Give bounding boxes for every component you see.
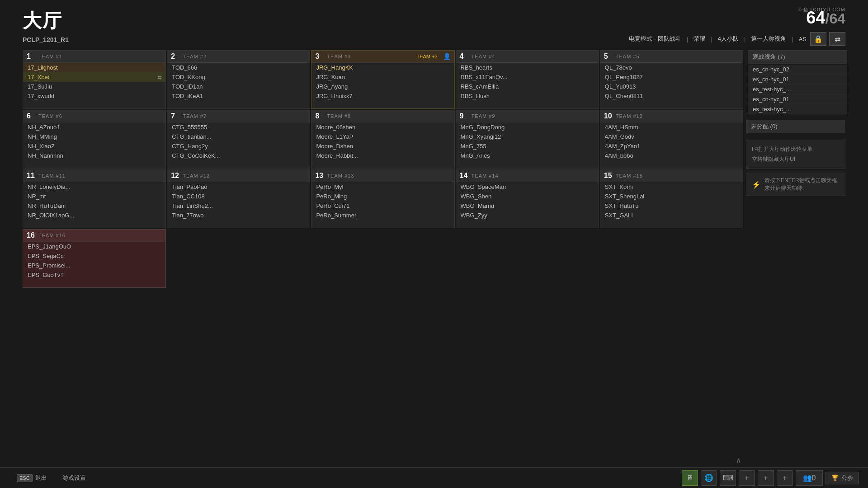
team-member-self[interactable]: 17_Xbei ⇆ (23, 72, 165, 82)
team-member[interactable]: SXT_HutuTu (600, 201, 743, 211)
team-member[interactable]: 17_xwudd (23, 91, 165, 101)
team-member[interactable]: TOD_666 (167, 63, 310, 72)
team-member[interactable]: NH_XiaoZ (23, 141, 165, 151)
team-member[interactable]: EPS_Promisei... (23, 261, 165, 270)
team-member[interactable]: NR_HuTuDani (23, 201, 165, 211)
team-member[interactable]: NH_Nannnnn (23, 151, 165, 160)
team-member[interactable]: PeRo_Cui71 (311, 201, 454, 211)
plus-button-1[interactable]: + (739, 470, 755, 486)
lock-button[interactable]: 🔒 (810, 32, 826, 46)
team-member[interactable]: PeRo_Summer (311, 211, 454, 220)
team-1: 1 TEAM #1 17_Lilghost 17_Xbei ⇆ 17_SuJiu… (23, 50, 166, 109)
team-member[interactable]: NH_MMing (23, 132, 165, 141)
team-member[interactable]: MnG_Xyangi12 (456, 132, 599, 141)
team-member[interactable]: MnG_755 (456, 141, 599, 151)
team-3: 3 TEAM #3 TEAM +3 👤 JRG_HangKK JRG_Xuan … (311, 50, 454, 109)
team-member[interactable]: NR_LonelyDia... (23, 182, 165, 192)
team-member[interactable]: JRG_Xuan (311, 72, 454, 82)
spectator-member[interactable]: es_cn-hyc_02 (748, 65, 847, 75)
team-member[interactable]: CTG_555555 (167, 122, 310, 132)
team-member[interactable]: SXT_GALI (600, 211, 743, 220)
team-member[interactable]: PeRo_Myl (311, 182, 454, 192)
team-member[interactable]: RBS_Hush (456, 91, 599, 101)
team-member[interactable]: NR_OiOiX1aoG... (23, 211, 165, 220)
team-member[interactable]: TOD_iD1an (167, 82, 310, 91)
team-member[interactable]: PeRo_Ming (311, 192, 454, 201)
shuffle-button[interactable]: ⇄ (829, 32, 845, 46)
team-member[interactable]: Tian_CC108 (167, 192, 310, 201)
team-member[interactable]: Tian_77owo (167, 211, 310, 220)
spectator-header: 观战视角 (7) (748, 50, 847, 64)
team-11: 11 TEAM #11 NR_LonelyDia... NR_mt NR_HuT… (23, 169, 166, 228)
team-member[interactable]: TOD_iKeA1 (167, 91, 310, 101)
team-member[interactable]: MnG_DongDong (456, 122, 599, 132)
spectator-member[interactable]: es_test-hyc_... (748, 84, 847, 94)
team-member[interactable]: WBG_Shen (456, 192, 599, 201)
guild-button[interactable]: 🏆 公会 (826, 472, 859, 484)
team-member[interactable]: Moore_Dshen (311, 141, 454, 151)
team-8: 8 TEAM #8 Moore_06shen Moore_L1YaP Moore… (311, 110, 454, 169)
teams-row-4: 16 TEAM #16 EPS_J1angOuO EPS_SegaCc EPS_… (23, 229, 743, 288)
team-member[interactable]: Tian_LinShu2... (167, 201, 310, 211)
settings-button[interactable]: 游戏设置 (55, 471, 94, 485)
team-member[interactable]: TOD_KKong (167, 72, 310, 82)
team-member[interactable]: Moore_06shen (311, 122, 454, 132)
team-15: 15 TEAM #15 SXT_Komi SXT_ShengLai SXT_Hu… (600, 169, 743, 228)
team-member[interactable]: QL_Yu0913 (600, 82, 743, 91)
monitor-icon-button[interactable]: 🖥 (682, 470, 698, 486)
people-button[interactable]: 👥 0 (796, 470, 823, 486)
team-member[interactable]: CTG_CoCoiKeK... (167, 151, 310, 160)
team-member[interactable]: JRG_Ayang (311, 82, 454, 91)
empty-col (311, 229, 454, 288)
team-member[interactable]: EPS_GuoTvT (23, 270, 165, 280)
team-member[interactable]: EPS_J1angOuO (23, 242, 165, 251)
team-member[interactable]: RBS_hearts (456, 63, 599, 72)
team-member[interactable]: 17_Lilghost (23, 63, 165, 72)
exit-button[interactable]: ESC 退出 (9, 471, 55, 485)
team-4: 4 TEAM #4 RBS_hearts RBS_x11FanQv... RBS… (456, 50, 599, 109)
team-member[interactable]: RBS_cAmEllia (456, 82, 599, 91)
team-member[interactable]: 4AM_bobo (600, 151, 743, 160)
team-member[interactable]: QL_78ovo (600, 63, 743, 72)
team-member[interactable]: WBG_SpaceMan (456, 182, 599, 192)
team-member[interactable]: WBG_Zyy (456, 211, 599, 220)
team-member[interactable]: 4AM_HSmm (600, 122, 743, 132)
plus-button-3[interactable]: + (777, 470, 793, 486)
douyu-logo: 斗鱼 DOUYU.COM (798, 6, 846, 13)
team-member[interactable]: NR_mt (23, 192, 165, 201)
team-member[interactable]: MnG_Aries (456, 151, 599, 160)
team-member[interactable]: RBS_x11FanQv... (456, 72, 599, 82)
team-member[interactable]: QL_Peng1027 (600, 72, 743, 82)
team-member[interactable]: EPS_SegaCc (23, 251, 165, 261)
spectator-member[interactable]: es_cn-hyc_01 (748, 75, 847, 84)
spectator-member[interactable]: es_test-hyc_... (748, 104, 847, 114)
team-member[interactable]: 4AM_ZpYan1 (600, 141, 743, 151)
team-member[interactable]: JRG_Hhuixx7 (311, 91, 454, 101)
empty-col (167, 229, 310, 288)
keyboard-icon-button[interactable]: ⌨ (720, 470, 736, 486)
spectator-member[interactable]: es_cn-hyc_01 (748, 94, 847, 104)
team-member[interactable]: SXT_Komi (600, 182, 743, 192)
team-member[interactable]: CTG_Hang2y (167, 141, 310, 151)
team-member[interactable]: CTG_tiantian... (167, 132, 310, 141)
empty-col (456, 229, 599, 288)
team-member[interactable]: SXT_ShengLai (600, 192, 743, 201)
team-member[interactable]: Moore_L1YaP (311, 132, 454, 141)
team-member[interactable]: Moore_Rabbit... (311, 151, 454, 160)
info-box: F4打开大厅动作滚轮菜单 空格键隐藏大厅UI (746, 140, 845, 169)
team-member[interactable]: 17_SuJiu (23, 82, 165, 91)
header: 大厅 PCLP_1201_R1 64/64 电竞模式 - 团队战斗 | 荣耀 |… (0, 0, 868, 50)
team-member[interactable]: NH_AZouo1 (23, 122, 165, 132)
team-6: 6 TEAM #6 NH_AZouo1 NH_MMing NH_XiaoZ NH… (23, 110, 166, 169)
team-member[interactable]: WBG_Mamu (456, 201, 599, 211)
team-member[interactable]: 4AM_Godv (600, 132, 743, 141)
profile-icon: 👤 (443, 53, 451, 60)
team-member[interactable]: Tian_PaoPao (167, 182, 310, 192)
globe-icon-button[interactable]: 🌐 (701, 470, 717, 486)
scroll-up-indicator: ∧ (736, 455, 741, 465)
team-13: 13 TEAM #13 PeRo_Myl PeRo_Ming PeRo_Cui7… (311, 169, 454, 228)
team-member[interactable]: QL_Chen0811 (600, 91, 743, 101)
team-12: 12 TEAM #12 Tian_PaoPao Tian_CC108 Tian_… (167, 169, 310, 228)
team-member[interactable]: JRG_HangKK (311, 63, 454, 72)
plus-button-2[interactable]: + (758, 470, 774, 486)
